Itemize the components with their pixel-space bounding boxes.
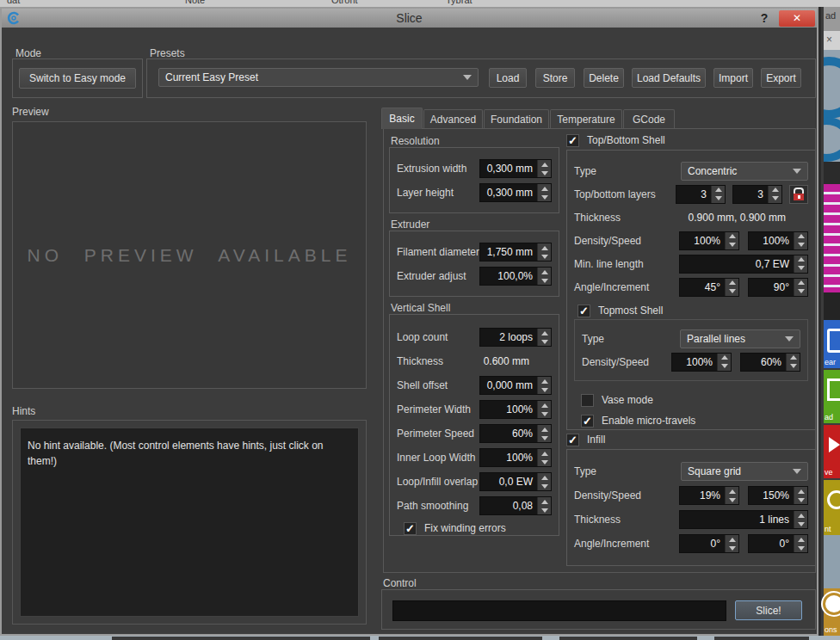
micro-travels-checkbox[interactable]: ✓: [581, 415, 594, 428]
layer-height-spinner[interactable]: 0,300 mm: [479, 183, 552, 202]
bg-tool-options[interactable]: ons: [824, 588, 840, 636]
tbs-speed-spinner[interactable]: 100%: [748, 231, 808, 250]
spinner-arrows[interactable]: [794, 255, 807, 273]
bg-tool-save[interactable]: ve: [824, 425, 840, 478]
tab-advanced[interactable]: Advanced: [423, 109, 483, 128]
topmost-shell-group: Type Parallel lines Density/Speed 100% 6…: [574, 319, 808, 381]
spinner-arrows[interactable]: [537, 449, 551, 466]
bg-viewport-logo: [824, 50, 840, 162]
top-fragment: Note: [185, 0, 205, 5]
spinner-arrows[interactable]: [537, 401, 551, 418]
spinner-arrows[interactable]: [537, 160, 551, 177]
hint-text: No hint available. (Most control element…: [28, 440, 324, 467]
bottom-layers-spinner[interactable]: 3: [732, 185, 782, 204]
hints-panel: No hint available. (Most control element…: [20, 428, 359, 617]
spinner-arrows[interactable]: [794, 487, 807, 504]
topmost-shell-checkbox[interactable]: ✓: [578, 305, 590, 317]
vertical-shell-group-label: Vertical Shell: [391, 302, 450, 314]
filament-diameter-spinner[interactable]: 1,750 mm: [479, 243, 552, 262]
spinner-arrows[interactable]: [537, 268, 551, 285]
shell-offset-spinner[interactable]: 0,000 mm: [479, 376, 552, 395]
infill-group: Type Square grid Density/Speed 19% 150% …: [566, 449, 816, 566]
infill-type-dropdown[interactable]: Square grid: [681, 462, 808, 481]
store-button[interactable]: Store: [535, 68, 575, 88]
spinner-arrows[interactable]: [711, 186, 725, 203]
infill-thickness-spinner[interactable]: 1 lines: [679, 510, 808, 529]
spinner-arrows[interactable]: [717, 354, 731, 371]
topmost-density-spinner[interactable]: 100%: [671, 353, 732, 372]
infill-increment-spinner[interactable]: 0°: [748, 534, 808, 553]
spinner-arrows[interactable]: [794, 279, 807, 296]
spinner-arrows[interactable]: [537, 425, 551, 442]
vase-mode-checkbox[interactable]: [581, 394, 594, 407]
inner-loop-width-spinner[interactable]: 100%: [479, 448, 552, 467]
bg-tool-load[interactable]: ad: [824, 370, 840, 423]
tbs-angle-spinner[interactable]: 45°: [679, 278, 739, 297]
slice-button[interactable]: Slice!: [735, 600, 802, 620]
tbs-density-spinner[interactable]: 100%: [679, 231, 739, 250]
top-layers-spinner[interactable]: 3: [676, 185, 726, 204]
delete-button[interactable]: Delete: [584, 68, 624, 88]
fix-winding-errors-checkbox[interactable]: ✓: [404, 522, 417, 535]
export-button[interactable]: Export: [761, 68, 801, 88]
resolution-group: Extrusion width 0,300 mm Layer height 0,…: [389, 147, 559, 213]
preset-dropdown[interactable]: Current Easy Preset: [158, 68, 479, 87]
tab-temperature[interactable]: Temperature: [550, 109, 622, 128]
top-bottom-shell-header: ✓ Top/Bottom Shell: [566, 130, 665, 151]
load-button[interactable]: Load: [489, 68, 527, 88]
spinner-arrows[interactable]: [725, 487, 738, 504]
spinner-arrows[interactable]: [786, 354, 800, 371]
control-group: Slice!: [381, 589, 816, 630]
bg-magenta-panel: [824, 184, 840, 292]
chevron-down-icon: [785, 336, 794, 342]
tab-gcode[interactable]: GCode: [623, 109, 675, 128]
min-line-length-spinner[interactable]: 0,7 EW: [679, 255, 808, 274]
spinner-arrows[interactable]: [725, 232, 738, 249]
import-button[interactable]: Import: [713, 68, 753, 88]
tab-basic[interactable]: Basic: [381, 108, 423, 129]
tab-foundation[interactable]: Foundation: [484, 109, 549, 128]
switch-easy-mode-button[interactable]: Switch to Easy mode: [19, 68, 136, 89]
extruder-group-label: Extruder: [391, 218, 429, 231]
slice-dialog: Slice ? ✕ Mode Switch to Easy mode Prese…: [0, 7, 818, 636]
infill-angle-spinner[interactable]: 0°: [679, 534, 739, 553]
spinner-arrows[interactable]: [537, 329, 551, 346]
top-bottom-shell-checkbox[interactable]: ✓: [566, 134, 579, 147]
spinner-arrows[interactable]: [725, 535, 738, 552]
close-button[interactable]: ✕: [779, 10, 815, 27]
preview-group-label: Preview: [12, 106, 49, 118]
tbs-increment-spinner[interactable]: 90°: [748, 278, 808, 297]
perimeter-speed-spinner[interactable]: 60%: [479, 424, 552, 443]
bg-tool-print[interactable]: nt: [824, 480, 840, 535]
title-bar[interactable]: Slice ? ✕: [2, 9, 817, 28]
extruder-group: Filament diameter 1,750 mm Extruder adju…: [389, 231, 559, 297]
infill-density-spinner[interactable]: 19%: [679, 486, 739, 505]
spinner-arrows[interactable]: [794, 511, 807, 528]
bg-tool-clear[interactable]: ear: [824, 320, 840, 368]
spinner-arrows[interactable]: [794, 535, 807, 552]
spinner-arrows[interactable]: [537, 473, 551, 490]
spinner-arrows[interactable]: [537, 497, 551, 514]
hints-group-label: Hints: [12, 405, 35, 417]
topmost-speed-spinner[interactable]: 60%: [740, 353, 800, 372]
loop-count-spinner[interactable]: 2 loops: [479, 328, 552, 347]
load-defaults-button[interactable]: Load Defaults: [632, 68, 706, 88]
loop-infill-overlap-spinner[interactable]: 0,0 EW: [479, 472, 552, 491]
topmost-type-dropdown[interactable]: Parallel lines: [680, 329, 800, 348]
spinner-arrows[interactable]: [768, 186, 781, 203]
perimeter-width-spinner[interactable]: 100%: [479, 400, 552, 419]
extrusion-width-spinner[interactable]: 0,300 mm: [479, 159, 552, 178]
extruder-adjust-spinner[interactable]: 100,0%: [479, 267, 552, 286]
help-button[interactable]: ?: [755, 9, 774, 28]
spinner-arrows[interactable]: [537, 184, 551, 201]
path-smoothing-spinner[interactable]: 0,08: [479, 496, 552, 515]
resolution-group-label: Resolution: [391, 135, 440, 147]
spinner-arrows[interactable]: [537, 243, 551, 261]
spinner-arrows[interactable]: [537, 377, 551, 394]
infill-speed-spinner[interactable]: 150%: [748, 486, 808, 505]
spinner-arrows[interactable]: [794, 232, 807, 249]
infill-checkbox[interactable]: ✓: [566, 434, 579, 446]
spinner-arrows[interactable]: [725, 279, 738, 296]
layers-lock-button[interactable]: [789, 185, 808, 204]
tbs-type-dropdown[interactable]: Concentric: [681, 162, 808, 181]
